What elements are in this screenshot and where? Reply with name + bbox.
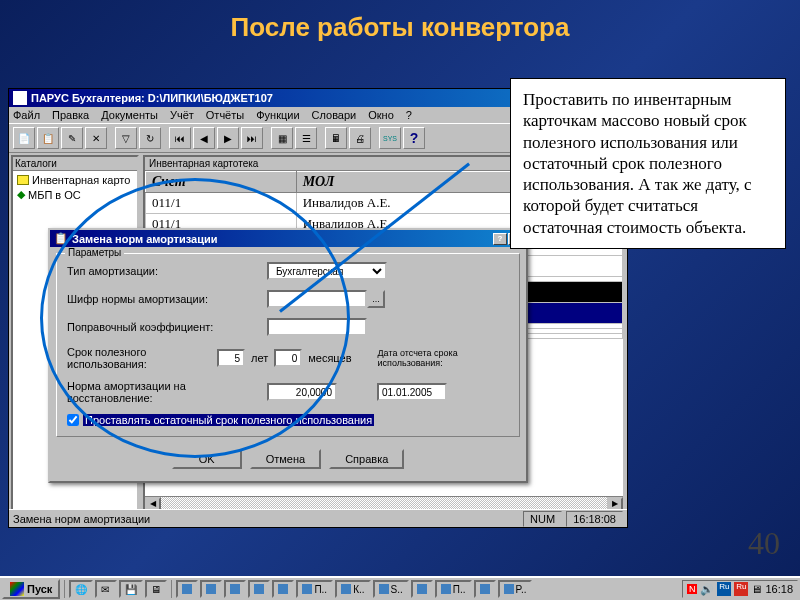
- ql-item[interactable]: 💾: [119, 580, 143, 598]
- years-input[interactable]: [217, 349, 245, 367]
- tray-n-icon: N: [687, 584, 698, 594]
- norm-input[interactable]: [267, 383, 337, 401]
- ok-button[interactable]: OK: [172, 449, 242, 469]
- code-input[interactable]: [267, 290, 367, 308]
- tray-ru-icon[interactable]: Ru: [717, 582, 731, 596]
- menu-help[interactable]: ?: [406, 109, 412, 121]
- params-group: Параметры Тип амортизации: Бухгалтерская…: [56, 253, 520, 437]
- taskbar-item[interactable]: P..: [498, 580, 533, 598]
- diamond-icon: ◆: [17, 188, 25, 201]
- code-lookup-button[interactable]: ...: [367, 290, 385, 308]
- tree-item-mbp[interactable]: ◆МБП в ОС: [15, 187, 135, 202]
- menu-edit[interactable]: Правка: [52, 109, 89, 121]
- tray-time: 16:18: [765, 583, 793, 595]
- menu-dictionaries[interactable]: Словари: [312, 109, 357, 121]
- tb-first[interactable]: ⏮: [169, 127, 191, 149]
- status-text: Замена норм амортизации: [13, 513, 150, 525]
- tree-label: МБП в ОС: [28, 189, 81, 201]
- taskbar-item[interactable]: [248, 580, 270, 598]
- tb-refresh[interactable]: ↻: [139, 127, 161, 149]
- taskbar-item[interactable]: [474, 580, 496, 598]
- date-input[interactable]: [377, 383, 447, 401]
- taskbar-item[interactable]: П..: [435, 580, 472, 598]
- dialog-help-button[interactable]: ?: [493, 233, 507, 245]
- ql-item[interactable]: 🖥: [145, 580, 167, 598]
- start-button[interactable]: Пуск: [2, 579, 60, 599]
- taskbar-item[interactable]: [411, 580, 433, 598]
- cancel-button[interactable]: Отмена: [250, 449, 321, 469]
- start-label: Пуск: [27, 583, 52, 595]
- amortization-dialog: 📋 Замена норм амортизации ? × Параметры …: [48, 228, 528, 483]
- tb-new[interactable]: 📄: [13, 127, 35, 149]
- years-unit: лет: [251, 352, 268, 364]
- residual-checkbox[interactable]: [67, 414, 79, 426]
- coef-input[interactable]: [267, 318, 367, 336]
- months-input[interactable]: [274, 349, 302, 367]
- tree-label: Инвентарная карто: [32, 174, 130, 186]
- tb-prev[interactable]: ◀: [193, 127, 215, 149]
- tree-item-inventory[interactable]: Инвентарная карто: [15, 173, 135, 187]
- menu-documents[interactable]: Документы: [101, 109, 158, 121]
- tb-next[interactable]: ▶: [217, 127, 239, 149]
- ql-item[interactable]: ✉: [95, 580, 117, 598]
- system-tray[interactable]: N 🔊 Ru Ru 🖥 16:18: [682, 580, 798, 598]
- checkbox-label: Проставлять остаточный срок полезного ис…: [83, 414, 374, 426]
- label-type: Тип амортизации:: [67, 265, 267, 277]
- label-norm: Норма амортизации на восстановление:: [67, 380, 267, 404]
- menu-window[interactable]: Окно: [368, 109, 394, 121]
- slide-number: 40: [748, 525, 780, 562]
- tray-s-icon: 🔊: [700, 583, 714, 596]
- slide-title: После работы конвертора: [0, 0, 800, 51]
- tb-calc[interactable]: 🖩: [325, 127, 347, 149]
- menu-file[interactable]: Файл: [13, 109, 40, 121]
- taskbar-item[interactable]: П..: [296, 580, 333, 598]
- group-label: Параметры: [65, 247, 124, 258]
- label-term: Срок полезного использования:: [67, 346, 217, 370]
- tb-filter[interactable]: ▽: [115, 127, 137, 149]
- taskbar-item[interactable]: [200, 580, 222, 598]
- tb-print[interactable]: 🖨: [349, 127, 371, 149]
- taskbar: Пуск 🌐 ✉ 💾 🖥 П..К..S..П..P.. N 🔊 Ru Ru 🖥…: [0, 576, 800, 600]
- label-date: Дата отсчета срока использования:: [378, 348, 478, 368]
- tb-delete[interactable]: ✕: [85, 127, 107, 149]
- col-account[interactable]: Счет: [146, 172, 297, 193]
- menu-accounting[interactable]: Учёт: [170, 109, 194, 121]
- ql-item[interactable]: 🌐: [69, 580, 93, 598]
- taskbar-item[interactable]: S..: [373, 580, 409, 598]
- tb-help[interactable]: ?: [403, 127, 425, 149]
- taskbar-item[interactable]: [224, 580, 246, 598]
- status-time: 16:18:08: [566, 511, 623, 527]
- statusbar: Замена норм амортизации NUM 16:18:08: [9, 509, 627, 527]
- tb-tree[interactable]: ☰: [295, 127, 317, 149]
- callout-box: Проставить по инвентарным карточкам масс…: [510, 78, 786, 249]
- label-coef: Поправочный коэффициент:: [67, 321, 267, 333]
- tb-system[interactable]: SYS: [379, 127, 401, 149]
- dialog-titlebar: 📋 Замена норм амортизации ? ×: [50, 230, 526, 247]
- months-unit: месяцев: [308, 352, 351, 364]
- app-title-text: ПАРУС Бухгалтерия: D:\ЛИПКИ\БЮДЖЕТ107: [31, 92, 273, 104]
- label-code: Шифр нормы амортизации:: [67, 293, 267, 305]
- tb-edit[interactable]: ✎: [61, 127, 83, 149]
- help-button[interactable]: Справка: [329, 449, 404, 469]
- app-icon: [13, 91, 27, 105]
- taskbar-item[interactable]: К..: [335, 580, 370, 598]
- dialog-icon: 📋: [54, 232, 68, 245]
- windows-icon: [10, 582, 24, 596]
- tb-grid[interactable]: ▦: [271, 127, 293, 149]
- tray-icon: 🖥: [751, 583, 762, 595]
- taskbar-item[interactable]: [176, 580, 198, 598]
- dialog-title-text: Замена норм амортизации: [72, 233, 218, 245]
- tray-kb-icon[interactable]: Ru: [734, 582, 748, 596]
- status-num: NUM: [523, 511, 562, 527]
- menu-reports[interactable]: Отчёты: [206, 109, 244, 121]
- type-select[interactable]: Бухгалтерская: [267, 262, 387, 280]
- taskbar-item[interactable]: [272, 580, 294, 598]
- catalog-title: Каталоги: [13, 157, 137, 171]
- tb-last[interactable]: ⏭: [241, 127, 263, 149]
- menu-functions[interactable]: Функции: [256, 109, 299, 121]
- folder-icon: [17, 175, 29, 185]
- tb-copy[interactable]: 📋: [37, 127, 59, 149]
